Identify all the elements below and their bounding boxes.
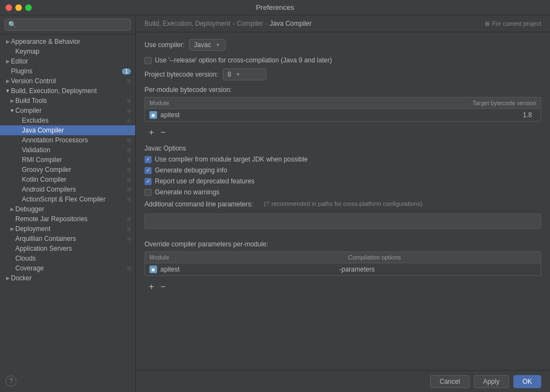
override-label: Override compiler parameters per-module: [144, 240, 541, 248]
sidebar-item-application-servers[interactable]: Application Servers [0, 244, 135, 253]
sidebar-badge: 1 [122, 68, 131, 74]
sidebar: ▶Appearance & BehaviorKeymap▶EditorPlugi… [0, 15, 136, 392]
sidebar-item-clouds[interactable]: Clouds [0, 253, 135, 263]
sidebar-item-version-control[interactable]: ▶Version Control⎘ [0, 76, 135, 86]
sidebar-item-deployment[interactable]: ▶Deployment⎘ [0, 224, 135, 234]
close-button[interactable] [5, 4, 12, 11]
release-option-checkbox[interactable] [144, 57, 152, 64]
module-col-header: Module [145, 97, 453, 108]
sidebar-item-actionscript-flex-compiler[interactable]: ActionScript & Flex Compiler⎘ [0, 194, 135, 204]
remove-override-button[interactable]: − [158, 281, 167, 292]
override-table-toolbar: + − [144, 280, 541, 293]
sidebar-item-label: Plugins [11, 67, 120, 75]
bytecode-chevron-icon: ▼ [235, 72, 240, 77]
option-report-deprecated-row: Report use of deprecated features [144, 177, 541, 185]
sidebar-item-label: Validation [22, 146, 125, 154]
add-module-button[interactable]: + [147, 127, 156, 138]
sidebar-item-build-execution-deployment[interactable]: ▼Build, Execution, Deployment [0, 86, 135, 96]
breadcrumb-part-1: Build, Execution, Deployment [144, 20, 230, 27]
module-name: apitest [160, 111, 180, 119]
panel-content: Use compiler: Javac ▼ Use '--release' op… [136, 32, 550, 370]
apply-button[interactable]: Apply [474, 375, 509, 388]
copy-icon: ⎘ [128, 187, 131, 193]
option-report-deprecated-checkbox[interactable] [144, 178, 152, 185]
sidebar-item-label: Remote Jar Repositories [15, 215, 125, 223]
sidebar-item-editor[interactable]: ▶Editor [0, 56, 135, 66]
expand-arrow-icon: ▶ [9, 226, 15, 232]
sidebar-item-label: Build Tools [15, 97, 125, 105]
cancel-button[interactable]: Cancel [430, 375, 469, 388]
sidebar-item-appearance-behavior[interactable]: ▶Appearance & Behavior [0, 37, 135, 47]
add-override-button[interactable]: + [147, 281, 156, 292]
sidebar-item-excludes[interactable]: Excludes⎘ [0, 116, 135, 125]
sidebar-item-annotation-processors[interactable]: Annotation Processors⎘ [0, 135, 135, 145]
option-no-warnings-checkbox[interactable] [144, 189, 152, 196]
sidebar-item-debugger[interactable]: ▶Debugger [0, 204, 135, 214]
expand-arrow-icon: ▶ [9, 98, 15, 103]
sidebar-tree: ▶Appearance & BehaviorKeymap▶EditorPlugi… [0, 34, 135, 392]
sidebar-item-kotlin-compiler[interactable]: Kotlin Compiler⎘ [0, 175, 135, 185]
bottom-bar: Cancel Apply OK [136, 370, 550, 392]
option-use-compiler-checkbox[interactable] [144, 156, 152, 163]
module-table-header: Module Target bytecode version [145, 97, 541, 109]
copy-icon: ⎘ [128, 78, 131, 84]
additional-params-input[interactable] [144, 214, 541, 229]
sidebar-item-validation[interactable]: Validation⎘ [0, 145, 135, 155]
override-options-col-header: Compilation options [344, 252, 541, 263]
remove-module-button[interactable]: − [158, 127, 167, 138]
main-panel: Build, Execution, Deployment › Compiler … [136, 15, 550, 392]
option-generate-debug-row: Generate debugging info [144, 166, 541, 174]
sidebar-item-label: Java Compiler [22, 126, 125, 134]
sidebar-item-label: Version Control [11, 77, 125, 85]
additional-params-row: Additional command line parameters: ('/'… [144, 200, 541, 208]
table-row[interactable]: ▣ apitest 1.8 [145, 109, 541, 121]
copy-icon: ⎘ [128, 137, 131, 143]
window-title: Preferences [256, 3, 294, 11]
copy-icon: ⎘ [128, 147, 131, 153]
sidebar-item-rmi-compiler[interactable]: RMI Compiler⎘ [0, 155, 135, 165]
search-input[interactable] [4, 19, 131, 31]
copy-icon: ⎘ [128, 216, 131, 222]
sidebar-item-remote-jar-repositories[interactable]: Remote Jar Repositories⎘ [0, 214, 135, 224]
minimize-button[interactable] [15, 4, 22, 11]
sidebar-item-label: Deployment [15, 225, 125, 233]
override-module-cell: ▣ apitest [149, 266, 339, 273]
override-options-cell: -parameters [339, 266, 536, 273]
ok-button[interactable]: OK [513, 375, 541, 388]
bytecode-version-dropdown[interactable]: 8 ▼ [223, 68, 267, 80]
sidebar-item-build-tools[interactable]: ▶Build Tools⎘ [0, 96, 135, 106]
override-table-row[interactable]: ▣ apitest -parameters [145, 263, 541, 275]
sidebar-item-label: Keymap [15, 48, 131, 55]
option-use-compiler-label: Use compiler from module target JDK when… [155, 155, 308, 163]
sidebar-item-label: Android Compilers [22, 186, 125, 193]
bytecode-version-label: Project bytecode version: [144, 71, 218, 78]
titlebar: Preferences [0, 0, 550, 15]
override-module-icon: ▣ [149, 266, 157, 273]
sidebar-item-compiler[interactable]: ▼Compiler⎘ [0, 106, 135, 116]
help-button[interactable]: ? [5, 376, 16, 387]
sidebar-item-docker[interactable]: ▶Docker [0, 273, 135, 283]
compiler-dropdown[interactable]: Javac ▼ [189, 39, 225, 51]
sidebar-search-container [0, 15, 135, 34]
module-cell: ▣ apitest [149, 111, 449, 119]
copy-icon: ⎘ [128, 167, 131, 173]
sidebar-item-groovy-compiler[interactable]: Groovy Compiler⎘ [0, 165, 135, 175]
sidebar-item-keymap[interactable]: Keymap [0, 47, 135, 56]
compiler-dropdown-value: Javac [194, 41, 211, 49]
copy-icon: ⎘ [128, 236, 131, 242]
sidebar-item-java-compiler[interactable]: Java Compiler⎘ [0, 125, 135, 135]
preferences-window: Preferences ▶Appearance & BehaviorKeymap… [0, 0, 550, 392]
option-generate-debug-checkbox[interactable] [144, 167, 152, 174]
option-no-warnings-row: Generate no warnings [144, 188, 541, 196]
option-use-compiler-row: Use compiler from module target JDK when… [144, 155, 541, 163]
sidebar-item-android-compilers[interactable]: Android Compilers⎘ [0, 185, 135, 194]
option-generate-debug-label: Generate debugging info [155, 166, 227, 174]
sidebar-item-label: Build, Execution, Deployment [11, 87, 131, 95]
override-module-col-header: Module [145, 252, 344, 263]
sidebar-item-label: Application Servers [15, 245, 131, 252]
sidebar-item-label: ActionScript & Flex Compiler [22, 195, 125, 203]
sidebar-item-plugins[interactable]: Plugins1 [0, 66, 135, 76]
sidebar-item-coverage[interactable]: Coverage⎘ [0, 263, 135, 273]
sidebar-item-arquillian-containers[interactable]: Arquillian Containers⎘ [0, 234, 135, 244]
maximize-button[interactable] [25, 4, 32, 11]
